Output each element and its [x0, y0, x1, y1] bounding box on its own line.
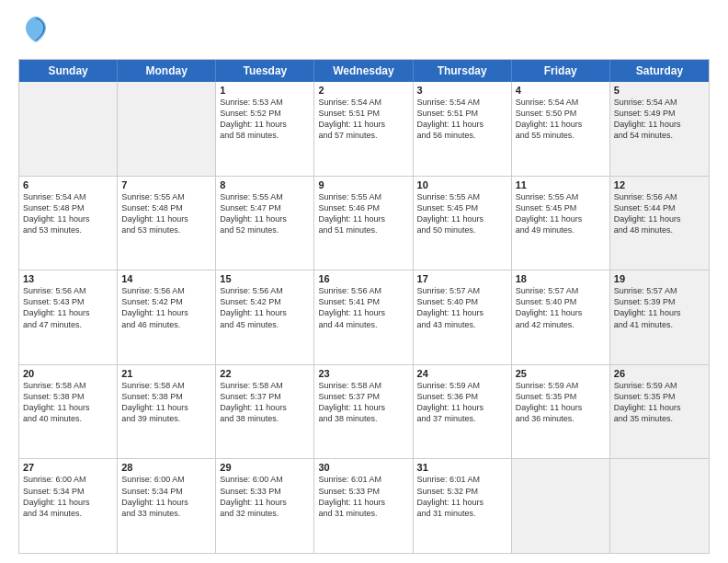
header-day-thursday: Thursday: [414, 60, 512, 82]
cal-cell: 16Sunrise: 5:56 AM Sunset: 5:41 PM Dayli…: [314, 270, 413, 364]
day-number: 4: [516, 85, 606, 96]
day-number: 22: [220, 368, 310, 379]
day-info: Sunrise: 5:58 AM Sunset: 5:38 PM Dayligh…: [121, 380, 211, 425]
day-number: 2: [318, 85, 408, 96]
cal-cell: 23Sunrise: 5:58 AM Sunset: 5:37 PM Dayli…: [314, 365, 413, 459]
day-number: 29: [220, 462, 310, 473]
day-info: Sunrise: 5:54 AM Sunset: 5:50 PM Dayligh…: [516, 97, 606, 142]
day-number: 18: [516, 273, 606, 284]
day-number: 31: [417, 462, 507, 473]
cal-cell: 15Sunrise: 5:56 AM Sunset: 5:42 PM Dayli…: [216, 270, 314, 364]
day-info: Sunrise: 5:55 AM Sunset: 5:45 PM Dayligh…: [417, 191, 507, 236]
cal-cell: 31Sunrise: 6:01 AM Sunset: 5:32 PM Dayli…: [414, 459, 512, 553]
logo: [18, 15, 50, 52]
day-info: Sunrise: 5:58 AM Sunset: 5:37 PM Dayligh…: [220, 380, 310, 425]
cal-cell: [512, 459, 610, 553]
day-info: Sunrise: 5:59 AM Sunset: 5:35 PM Dayligh…: [516, 380, 606, 425]
header-day-wednesday: Wednesday: [314, 60, 413, 82]
cal-cell: 29Sunrise: 6:00 AM Sunset: 5:33 PM Dayli…: [216, 459, 314, 553]
day-number: 5: [614, 85, 705, 96]
cal-cell: 18Sunrise: 5:57 AM Sunset: 5:40 PM Dayli…: [512, 270, 610, 364]
cal-week-5: 27Sunrise: 6:00 AM Sunset: 5:34 PM Dayli…: [19, 458, 709, 553]
day-info: Sunrise: 5:54 AM Sunset: 5:48 PM Dayligh…: [23, 191, 113, 236]
cal-cell: 5Sunrise: 5:54 AM Sunset: 5:49 PM Daylig…: [610, 82, 709, 176]
day-number: 19: [614, 273, 705, 284]
cal-cell: 20Sunrise: 5:58 AM Sunset: 5:38 PM Dayli…: [19, 365, 118, 459]
cal-week-1: 1Sunrise: 5:53 AM Sunset: 5:52 PM Daylig…: [19, 82, 709, 176]
cal-cell: 6Sunrise: 5:54 AM Sunset: 5:48 PM Daylig…: [19, 177, 118, 270]
cal-cell: 19Sunrise: 5:57 AM Sunset: 5:39 PM Dayli…: [610, 270, 709, 364]
day-number: 28: [121, 462, 211, 473]
cal-cell: 3Sunrise: 5:54 AM Sunset: 5:51 PM Daylig…: [414, 82, 512, 176]
day-number: 12: [614, 179, 705, 190]
day-info: Sunrise: 6:01 AM Sunset: 5:32 PM Dayligh…: [417, 474, 507, 519]
calendar-body: 1Sunrise: 5:53 AM Sunset: 5:52 PM Daylig…: [19, 82, 709, 553]
day-number: 9: [318, 179, 408, 190]
cal-cell: [118, 82, 216, 176]
cal-week-4: 20Sunrise: 5:58 AM Sunset: 5:38 PM Dayli…: [19, 364, 709, 459]
day-info: Sunrise: 5:55 AM Sunset: 5:46 PM Dayligh…: [318, 191, 408, 236]
day-number: 27: [23, 462, 113, 473]
header: [18, 15, 710, 52]
day-number: 11: [516, 179, 606, 190]
cal-cell: 8Sunrise: 5:55 AM Sunset: 5:47 PM Daylig…: [216, 177, 314, 270]
cal-cell: [610, 459, 709, 553]
day-info: Sunrise: 5:57 AM Sunset: 5:39 PM Dayligh…: [614, 285, 705, 330]
day-info: Sunrise: 5:53 AM Sunset: 5:52 PM Dayligh…: [220, 97, 310, 142]
day-number: 26: [614, 368, 705, 379]
day-number: 7: [121, 179, 211, 190]
day-info: Sunrise: 5:54 AM Sunset: 5:51 PM Dayligh…: [417, 97, 507, 142]
header-day-sunday: Sunday: [19, 60, 118, 82]
day-number: 25: [516, 368, 606, 379]
day-info: Sunrise: 5:57 AM Sunset: 5:40 PM Dayligh…: [516, 285, 606, 330]
day-info: Sunrise: 5:56 AM Sunset: 5:41 PM Dayligh…: [318, 285, 408, 330]
day-info: Sunrise: 5:56 AM Sunset: 5:44 PM Dayligh…: [614, 191, 705, 236]
day-info: Sunrise: 5:57 AM Sunset: 5:40 PM Dayligh…: [417, 285, 507, 330]
calendar-header: SundayMondayTuesdayWednesdayThursdayFrid…: [19, 60, 709, 82]
day-info: Sunrise: 5:55 AM Sunset: 5:48 PM Dayligh…: [121, 191, 211, 236]
day-number: 10: [417, 179, 507, 190]
day-number: 13: [23, 273, 113, 284]
day-number: 1: [220, 85, 310, 96]
cal-cell: 13Sunrise: 5:56 AM Sunset: 5:43 PM Dayli…: [19, 270, 118, 364]
day-info: Sunrise: 5:55 AM Sunset: 5:45 PM Dayligh…: [516, 191, 606, 236]
cal-cell: 1Sunrise: 5:53 AM Sunset: 5:52 PM Daylig…: [216, 82, 314, 176]
calendar: SundayMondayTuesdayWednesdayThursdayFrid…: [18, 59, 710, 554]
day-info: Sunrise: 5:54 AM Sunset: 5:49 PM Dayligh…: [614, 97, 705, 142]
cal-cell: 21Sunrise: 5:58 AM Sunset: 5:38 PM Dayli…: [118, 365, 216, 459]
page: SundayMondayTuesdayWednesdayThursdayFrid…: [0, 0, 728, 563]
day-number: 8: [220, 179, 310, 190]
day-info: Sunrise: 5:59 AM Sunset: 5:35 PM Dayligh…: [614, 380, 705, 425]
cal-cell: 10Sunrise: 5:55 AM Sunset: 5:45 PM Dayli…: [414, 177, 512, 270]
day-number: 20: [23, 368, 113, 379]
day-number: 24: [417, 368, 507, 379]
day-number: 14: [121, 273, 211, 284]
header-day-tuesday: Tuesday: [216, 60, 314, 82]
header-day-monday: Monday: [118, 60, 216, 82]
cal-cell: 28Sunrise: 6:00 AM Sunset: 5:34 PM Dayli…: [118, 459, 216, 553]
cal-cell: 7Sunrise: 5:55 AM Sunset: 5:48 PM Daylig…: [118, 177, 216, 270]
day-info: Sunrise: 5:56 AM Sunset: 5:42 PM Dayligh…: [121, 285, 211, 330]
cal-week-2: 6Sunrise: 5:54 AM Sunset: 5:48 PM Daylig…: [19, 176, 709, 270]
cal-cell: 17Sunrise: 5:57 AM Sunset: 5:40 PM Dayli…: [414, 270, 512, 364]
day-info: Sunrise: 5:58 AM Sunset: 5:37 PM Dayligh…: [318, 380, 408, 425]
cal-cell: [19, 82, 118, 176]
day-info: Sunrise: 5:56 AM Sunset: 5:43 PM Dayligh…: [23, 285, 113, 330]
day-number: 3: [417, 85, 507, 96]
cal-cell: 11Sunrise: 5:55 AM Sunset: 5:45 PM Dayli…: [512, 177, 610, 270]
day-number: 30: [318, 462, 408, 473]
day-info: Sunrise: 5:54 AM Sunset: 5:51 PM Dayligh…: [318, 97, 408, 142]
day-number: 16: [318, 273, 408, 284]
cal-cell: 12Sunrise: 5:56 AM Sunset: 5:44 PM Dayli…: [610, 177, 709, 270]
cal-cell: 22Sunrise: 5:58 AM Sunset: 5:37 PM Dayli…: [216, 365, 314, 459]
cal-cell: 30Sunrise: 6:01 AM Sunset: 5:33 PM Dayli…: [314, 459, 413, 553]
day-number: 21: [121, 368, 211, 379]
day-number: 17: [417, 273, 507, 284]
cal-week-3: 13Sunrise: 5:56 AM Sunset: 5:43 PM Dayli…: [19, 270, 709, 364]
cal-cell: 9Sunrise: 5:55 AM Sunset: 5:46 PM Daylig…: [314, 177, 413, 270]
day-info: Sunrise: 6:00 AM Sunset: 5:34 PM Dayligh…: [121, 474, 211, 519]
day-number: 23: [318, 368, 408, 379]
day-number: 15: [220, 273, 310, 284]
day-info: Sunrise: 5:55 AM Sunset: 5:47 PM Dayligh…: [220, 191, 310, 236]
day-number: 6: [23, 179, 113, 190]
